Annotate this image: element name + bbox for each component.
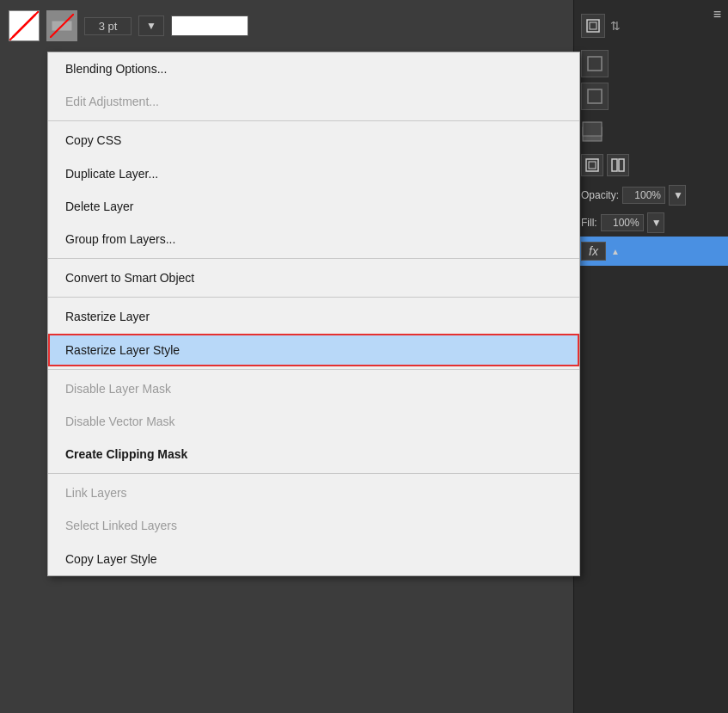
svg-rect-3	[587, 20, 599, 32]
menu-divider-edit-adjustment	[48, 120, 579, 121]
mask-square-1[interactable]	[581, 50, 609, 77]
fill-dropdown[interactable]: ▼	[647, 212, 664, 233]
fill-label: Fill:	[581, 217, 597, 229]
menu-item-copy-layer-style[interactable]: Copy Layer Style	[48, 543, 579, 575]
fx-button[interactable]: fx	[581, 242, 606, 261]
svg-rect-4	[590, 22, 596, 29]
panel-menu-icon[interactable]: ≡	[713, 7, 721, 22]
svg-rect-6	[588, 89, 602, 103]
stroke-style-icon[interactable]	[9, 10, 40, 41]
menu-divider-rasterize-layer-style	[48, 369, 579, 370]
fx-arrow-up[interactable]: ▲	[611, 247, 620, 256]
opacity-row: Opacity: ▼	[574, 181, 728, 209]
opacity-label: Opacity:	[581, 189, 619, 201]
menu-item-edit-adjustment: Edit Adjustment...	[48, 85, 579, 118]
transform-icon-2[interactable]	[607, 154, 629, 176]
opacity-dropdown[interactable]: ▼	[669, 185, 686, 206]
stroke-size-input[interactable]: 3 pt	[84, 17, 132, 35]
svg-rect-8	[583, 122, 602, 136]
transform-icons-row	[574, 149, 728, 181]
svg-line-0	[12, 14, 36, 38]
opacity-input[interactable]	[622, 187, 665, 204]
menu-item-rasterize-layer[interactable]: Rasterize Layer	[48, 300, 579, 333]
stroke-color-swatch[interactable]	[171, 15, 248, 36]
fill-row: Fill: ▼	[574, 209, 728, 237]
menu-item-create-clipping-mask[interactable]: Create Clipping Mask	[48, 438, 579, 470]
menu-item-link-layers: Link Layers	[48, 476, 579, 509]
mask-square-2[interactable]	[581, 83, 609, 110]
layers-controls-row: ⇅	[574, 9, 728, 43]
svg-rect-9	[586, 159, 598, 171]
menu-item-delete-layer[interactable]: Delete Layer	[48, 190, 579, 223]
fx-row: fx ▲	[574, 237, 728, 266]
menu-divider-create-clipping-mask	[48, 473, 579, 474]
stroke-style2-icon[interactable]	[46, 10, 77, 41]
context-menu: Blending Options...Edit Adjustment...Cop…	[47, 52, 580, 576]
menu-item-duplicate-layer[interactable]: Duplicate Layer...	[48, 157, 579, 190]
svg-rect-5	[588, 57, 602, 71]
menu-item-blending-options[interactable]: Blending Options...	[48, 52, 579, 85]
layers-stack-icon[interactable]	[574, 117, 728, 149]
svg-rect-11	[612, 159, 617, 171]
svg-rect-10	[589, 162, 596, 169]
menu-item-group-from-layers[interactable]: Group from Layers...	[48, 223, 579, 255]
size-unit-dropdown[interactable]: ▼	[138, 15, 164, 36]
layers-icon[interactable]	[581, 14, 605, 38]
menu-item-copy-css[interactable]: Copy CSS	[48, 124, 579, 157]
menu-divider-group-from-layers	[48, 258, 579, 259]
mask-icons-row	[574, 43, 728, 117]
menu-item-disable-layer-mask: Disable Layer Mask	[48, 372, 579, 405]
transform-icon-1[interactable]	[581, 154, 603, 176]
menu-item-convert-smart-object[interactable]: Convert to Smart Object	[48, 261, 579, 294]
fill-input[interactable]	[601, 214, 644, 231]
right-panel: ≡ ⇅	[573, 0, 728, 713]
menu-item-select-linked-layers: Select Linked Layers	[48, 509, 579, 542]
menu-item-rasterize-layer-style[interactable]: Rasterize Layer Style	[48, 334, 579, 366]
swap-icon[interactable]: ⇅	[610, 19, 621, 33]
svg-rect-12	[619, 159, 624, 171]
menu-item-disable-vector-mask: Disable Vector Mask	[48, 405, 579, 438]
menu-divider-convert-smart-object	[48, 297, 579, 298]
